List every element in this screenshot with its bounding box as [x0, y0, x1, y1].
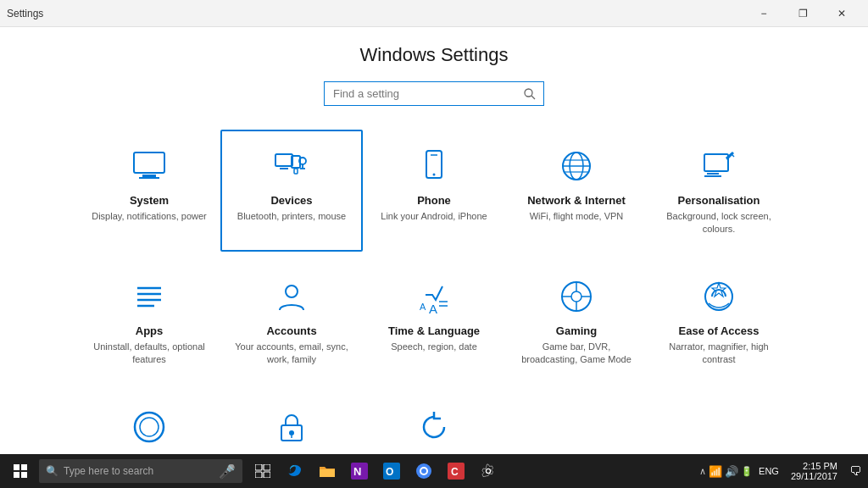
- setting-system[interactable]: System Display, notifications, power: [78, 130, 220, 252]
- svg-point-43: [289, 430, 294, 435]
- settings-taskbar-button[interactable]: [473, 454, 504, 488]
- setting-privacy[interactable]: Privacy Location, camera: [220, 391, 363, 454]
- date-display: 29/11/2017: [791, 471, 837, 481]
- setting-update[interactable]: Update & Security Windows Update, recove…: [363, 391, 505, 454]
- settings-gear-icon: [480, 463, 497, 480]
- accounts-name: Accounts: [266, 324, 316, 337]
- svg-point-0: [525, 89, 532, 97]
- svg-rect-45: [14, 464, 19, 470]
- system-name: System: [130, 194, 169, 207]
- file-explorer-button[interactable]: [312, 454, 342, 488]
- time-desc: Speech, region, date: [391, 341, 477, 353]
- apps-desc: Uninstall, defaults, optional features: [86, 341, 212, 367]
- setting-devices[interactable]: Devices Bluetooth, printers, mouse: [220, 130, 363, 252]
- title-bar-title: Settings: [7, 8, 43, 19]
- minimize-button[interactable]: −: [744, 0, 783, 27]
- search-button[interactable]: [516, 82, 543, 105]
- maximize-button[interactable]: ❐: [783, 0, 822, 27]
- taskbar-search[interactable]: 🔍 Type here to search 🎤: [39, 459, 242, 483]
- accounts-icon: [270, 275, 313, 318]
- windows-logo-icon: [14, 464, 27, 478]
- svg-text:A: A: [420, 302, 426, 312]
- setting-accounts[interactable]: Accounts Your accounts, email, sync, wor…: [220, 260, 363, 382]
- cortana-icon: [128, 406, 170, 448]
- ease-icon: [698, 275, 740, 318]
- personalisation-desc: Background, lock screen, colours.: [656, 210, 782, 236]
- search-input[interactable]: [325, 82, 516, 105]
- search-bar: [324, 81, 544, 106]
- phone-desc: Link your Android, iPhone: [381, 210, 487, 223]
- system-icon: [128, 145, 170, 187]
- svg-rect-23: [704, 175, 721, 177]
- redapp-icon: C: [448, 463, 465, 480]
- setting-ease[interactable]: Ease of Access Narrator, magnifier, high…: [648, 260, 790, 382]
- gaming-name: Gaming: [556, 324, 597, 337]
- setting-time[interactable]: A A Time & Language Speech, region, date: [363, 260, 505, 382]
- taskbar-clock[interactable]: 2:15 PM 29/11/2017: [786, 461, 843, 481]
- start-button[interactable]: [3, 454, 37, 488]
- apps-icon: [128, 275, 170, 318]
- sys-tray-icons: ∧ 📶 🔊 🔋 ENG: [699, 465, 782, 478]
- outlook-button[interactable]: O: [376, 454, 407, 488]
- system-desc: Display, notifications, power: [92, 210, 207, 223]
- accounts-desc: Your accounts, email, sync, work, family: [229, 341, 354, 367]
- edge-button[interactable]: [280, 454, 310, 488]
- devices-desc: Bluetooth, printers, mouse: [237, 210, 346, 223]
- redapp-button[interactable]: C: [441, 454, 471, 488]
- setting-gaming[interactable]: Gaming Game bar, DVR, broadcasting, Game…: [505, 260, 648, 382]
- taskbar-app-icons: N O C: [248, 454, 504, 488]
- svg-text:O: O: [386, 466, 393, 478]
- svg-text:A: A: [429, 302, 437, 315]
- settings-grid: System Display, notifications, power Dev…: [78, 130, 790, 454]
- update-icon: [413, 406, 455, 448]
- setting-apps[interactable]: Apps Uninstall, defaults, optional featu…: [78, 260, 220, 382]
- svg-rect-20: [704, 154, 728, 171]
- battery-icon: 🔋: [741, 466, 753, 477]
- phone-icon: [413, 145, 455, 187]
- taskbar-mic-icon: 🎤: [219, 463, 236, 480]
- svg-rect-2: [134, 152, 164, 173]
- close-button[interactable]: ✕: [822, 0, 861, 27]
- svg-rect-3: [142, 175, 156, 177]
- svg-point-62: [487, 469, 491, 474]
- svg-point-39: [705, 283, 732, 310]
- time-name: Time & Language: [388, 324, 480, 337]
- chevron-up-icon[interactable]: ∧: [699, 466, 706, 477]
- title-bar: Settings − ❐ ✕: [0, 0, 868, 27]
- onenote-icon: N: [351, 463, 368, 480]
- svg-rect-46: [21, 464, 27, 470]
- gaming-icon: [555, 275, 598, 318]
- svg-rect-51: [255, 472, 262, 478]
- taskbar-search-text: Type here to search: [64, 465, 153, 477]
- devices-name: Devices: [270, 194, 312, 207]
- search-icon: [524, 88, 536, 100]
- privacy-icon: [270, 406, 313, 448]
- main-content: Windows Settings System Display, notific…: [0, 27, 868, 454]
- notification-icon[interactable]: 🗨: [849, 464, 861, 478]
- title-bar-controls: − ❐ ✕: [744, 0, 861, 27]
- devices-icon: [270, 145, 313, 187]
- svg-rect-8: [294, 169, 298, 174]
- svg-point-59: [421, 469, 426, 474]
- outlook-icon: O: [383, 463, 400, 480]
- personalisation-icon: [698, 145, 740, 187]
- personalisation-name: Personalisation: [678, 194, 760, 207]
- volume-icon: 🔊: [725, 465, 738, 478]
- time-display: 2:15 PM: [803, 461, 837, 471]
- setting-network[interactable]: Network & Internet WiFi, flight mode, VP…: [505, 130, 648, 252]
- folder-icon: [319, 463, 336, 479]
- task-view-button[interactable]: [248, 454, 278, 488]
- setting-personalisation[interactable]: Personalisation Background, lock screen,…: [648, 130, 790, 252]
- taskbar: 🔍 Type here to search 🎤: [0, 454, 868, 488]
- network-desc: WiFi, flight mode, VPN: [530, 210, 624, 223]
- taskbar-search-icon: 🔍: [46, 465, 58, 477]
- svg-rect-4: [139, 177, 159, 179]
- svg-rect-50: [264, 464, 270, 470]
- setting-cortana[interactable]: Cortana Cortana language, permissions, n…: [78, 391, 220, 454]
- chrome-button[interactable]: [409, 454, 439, 488]
- onenote-button[interactable]: N: [344, 454, 375, 488]
- apps-name: Apps: [136, 324, 164, 337]
- setting-phone[interactable]: Phone Link your Android, iPhone: [363, 130, 505, 252]
- edge-icon: [287, 463, 303, 480]
- gaming-desc: Game bar, DVR, broadcasting, Game Mode: [514, 341, 639, 367]
